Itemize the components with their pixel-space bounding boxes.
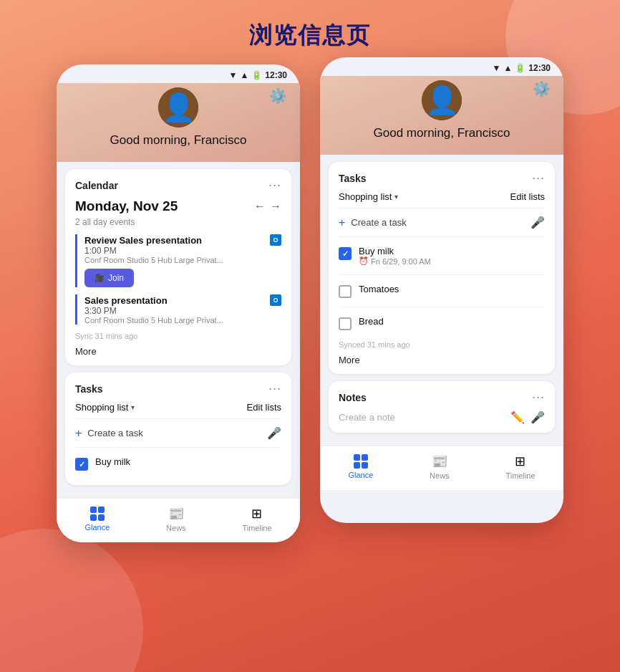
settings-icon-right[interactable]: ⚙️ <box>533 80 551 97</box>
task-due-buy-milk: ⏰ Fri 6/29, 9:00 AM <box>359 256 545 266</box>
avatar-left <box>158 87 198 128</box>
notes-create-row: Create a note ✏️ 🎤 <box>339 411 545 424</box>
settings-icon-left[interactable]: ⚙️ <box>269 87 287 105</box>
plus-icon-right: + <box>339 216 345 229</box>
cal-event-1: Review Sales presentation O 1:00 PM Conf… <box>75 234 281 287</box>
status-icons-right: ▼ ▲ 🔋 12:30 <box>493 63 551 73</box>
tasks-title-right: Tasks <box>339 173 367 184</box>
cal-nav: ← → <box>254 200 281 213</box>
tasks-more-dots-left[interactable]: ··· <box>268 381 281 396</box>
create-task-label-right: Create a task <box>351 217 525 228</box>
check-mark-buy-milk: ✓ <box>342 249 349 259</box>
nav-news-label-right: News <box>430 471 450 480</box>
task-checkbox-tomatoes[interactable] <box>339 285 352 298</box>
calendar-more-dots[interactable]: ··· <box>268 178 281 193</box>
mic-icon-left[interactable]: 🎤 <box>267 426 281 440</box>
task-name-buy-milk: Buy milk <box>359 246 545 256</box>
nav-news-left[interactable]: 📰 News <box>166 506 186 532</box>
timeline-icon-right: ⊞ <box>515 453 525 469</box>
phone-header-left: ⚙️ Good morning, Francisco <box>57 83 300 162</box>
create-task-row-left[interactable]: + Create a task 🎤 <box>75 422 281 444</box>
task-item-tomatoes: Tomatoes <box>339 278 545 304</box>
check-mark-partial: ✓ <box>79 460 85 469</box>
list-name-left: Shopping list <box>75 402 128 413</box>
bg-decoration-circle-bottom <box>0 529 143 672</box>
join-label: Join <box>108 273 124 283</box>
cal-next-button[interactable]: → <box>270 200 281 213</box>
cal-event-1-title: Review Sales presentation O <box>84 234 281 246</box>
notes-create-text[interactable]: Create a note <box>339 412 505 423</box>
status-bar-left: ▼ ▲ 🔋 12:30 <box>57 64 300 83</box>
edit-lists-left[interactable]: Edit lists <box>247 402 281 413</box>
nav-timeline-left[interactable]: ⊞ Timeline <box>242 506 271 532</box>
cal-date: Monday, Nov 25 <box>75 198 178 214</box>
notes-more-dots[interactable]: ··· <box>532 390 545 405</box>
notes-card-header: Notes ··· <box>339 390 545 405</box>
news-icon-right: 📰 <box>432 453 447 469</box>
battery-icon: 🔋 <box>251 70 262 80</box>
task-checkbox-bread[interactable] <box>339 317 352 330</box>
tasks-more-link-right[interactable]: More <box>339 355 545 365</box>
nav-glance-left[interactable]: Glance <box>84 507 110 532</box>
join-button[interactable]: 🎥 Join <box>84 269 134 287</box>
cal-event-2-time: 3:30 PM <box>84 306 281 316</box>
bottom-nav-left: Glance 📰 News ⊞ Timeline <box>57 498 300 542</box>
nav-timeline-right[interactable]: ⊞ Timeline <box>505 453 535 480</box>
tasks-card-header-right: Tasks ··· <box>339 171 545 186</box>
time-left: 12:30 <box>265 70 287 80</box>
task-checkbox-buy-milk[interactable]: ✓ <box>339 247 352 260</box>
timeline-icon-left: ⊞ <box>251 506 262 522</box>
create-task-row-right[interactable]: + Create a task 🎤 <box>339 211 545 234</box>
pencil-icon[interactable]: ✏️ <box>510 411 525 424</box>
tasks-more-dots-right[interactable]: ··· <box>532 171 545 186</box>
glance-icon-left <box>90 507 105 521</box>
glance-icon-right <box>354 454 368 469</box>
tasks-card-left: Tasks ··· Shopping list ▾ Edit lists + C… <box>65 373 291 485</box>
nav-timeline-label-left: Timeline <box>242 524 271 532</box>
greeting-left: Good morning, Francisco <box>110 133 247 148</box>
wifi-icon-right: ▲ <box>503 63 512 73</box>
signal-icon: ▼ <box>229 70 238 80</box>
task-name-bread: Bread <box>359 316 545 327</box>
mic-icon-notes[interactable]: 🎤 <box>531 411 545 424</box>
task-item-bread: Bread <box>339 310 545 336</box>
edit-lists-right[interactable]: Edit lists <box>510 191 545 202</box>
task-divider-left <box>75 418 281 419</box>
signal-icon-right: ▼ <box>493 63 501 73</box>
avatar-right <box>422 80 462 120</box>
cal-prev-button[interactable]: ← <box>254 200 266 213</box>
tasks-toolbar-right: Shopping list ▾ Edit lists <box>339 191 545 202</box>
calendar-card: Calendar ··· Monday, Nov 25 ← → 2 all da… <box>65 169 291 365</box>
nav-news-label-left: News <box>166 524 186 532</box>
cal-more-link[interactable]: More <box>75 346 281 357</box>
tasks-title-left: Tasks <box>75 383 103 395</box>
nav-news-right[interactable]: 📰 News <box>430 453 450 480</box>
task-divider-right-4 <box>339 307 545 307</box>
phone-left: ▼ ▲ 🔋 12:30 ⚙️ Good morning, Francisco C… <box>57 64 300 542</box>
calendar-title: Calendar <box>75 180 118 191</box>
cal-date-row: Monday, Nov 25 ← → <box>75 198 281 214</box>
list-selector-right[interactable]: Shopping list ▾ <box>339 191 398 202</box>
greeting-right: Good morning, Francisco <box>374 126 510 140</box>
task-text-bread: Bread <box>359 316 545 327</box>
tasks-card-header-left: Tasks ··· <box>75 381 281 396</box>
nav-glance-right[interactable]: Glance <box>348 454 373 479</box>
wifi-icon: ▲ <box>240 70 248 80</box>
mic-icon-right[interactable]: 🎤 <box>531 216 545 229</box>
tasks-toolbar-left: Shopping list ▾ Edit lists <box>75 402 281 413</box>
list-name-right: Shopping list <box>339 191 392 202</box>
tasks-card-right: Tasks ··· Shopping list ▾ Edit lists + C… <box>329 162 555 374</box>
join-icon: 🎥 <box>95 274 105 283</box>
list-selector-left[interactable]: Shopping list ▾ <box>75 402 135 413</box>
task-checkbox-partial[interactable]: ✓ <box>75 458 88 471</box>
nav-glance-label-right: Glance <box>348 471 373 479</box>
clock-icon-buy-milk: ⏰ <box>359 256 369 266</box>
plus-icon-left: + <box>75 427 82 440</box>
cal-sub: 2 all day events <box>75 217 281 227</box>
task-text-tomatoes: Tomatoes <box>359 284 545 294</box>
cal-sync-text: Sync 31 mins ago <box>75 332 281 340</box>
calendar-card-header: Calendar ··· <box>75 178 281 193</box>
task-name-partial: Buy milk <box>95 456 281 467</box>
task-text-buy-milk: Buy milk ⏰ Fri 6/29, 9:00 AM <box>359 246 545 266</box>
task-divider-right-3 <box>339 274 545 275</box>
